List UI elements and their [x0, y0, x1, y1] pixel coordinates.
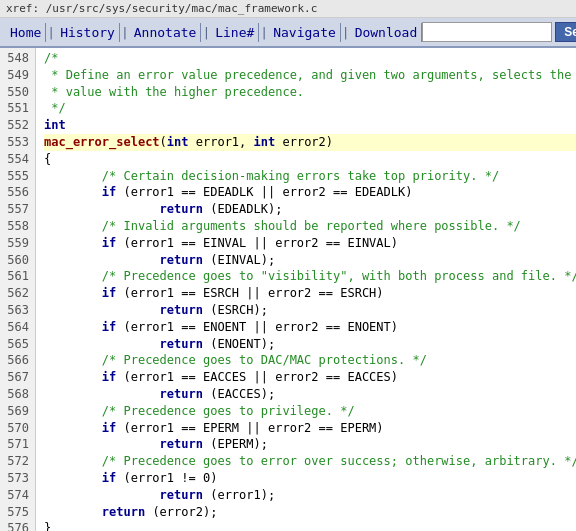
line-number: 550 — [4, 84, 31, 101]
code-line: /* Invalid arguments should be reported … — [44, 218, 576, 235]
code-line: return (error1); — [44, 487, 576, 504]
nav-home[interactable]: Home — [6, 23, 46, 42]
nav-navigate[interactable]: Navigate — [269, 23, 341, 42]
code-line: /* Precedence goes to "visibility", with… — [44, 268, 576, 285]
code-line: return (ENOENT); — [44, 336, 576, 353]
line-number: 553 — [4, 134, 31, 151]
line-number: 560 — [4, 252, 31, 269]
search-box: Search — [422, 22, 576, 42]
line-number: 562 — [4, 285, 31, 302]
code-line: return (EINVAL); — [44, 252, 576, 269]
line-number: 564 — [4, 319, 31, 336]
code-line: if (error1 == EPERM || error2 == EPERM) — [44, 420, 576, 437]
line-number: 558 — [4, 218, 31, 235]
breadcrumb-bar: xref: /usr/src/sys/security/mac/mac_fram… — [0, 0, 576, 18]
code-line: return (EDEADLK); — [44, 201, 576, 218]
code-line: /* — [44, 50, 576, 67]
line-number: 576 — [4, 520, 31, 531]
breadcrumb-text: xref: /usr/src/sys/security/mac/mac_fram… — [6, 2, 317, 15]
code-line: { — [44, 151, 576, 168]
code-line: /* Precedence goes to DAC/MAC protection… — [44, 352, 576, 369]
line-number: 568 — [4, 386, 31, 403]
line-number: 563 — [4, 302, 31, 319]
code-line: return (EPERM); — [44, 436, 576, 453]
code-line: */ — [44, 100, 576, 117]
line-number: 571 — [4, 436, 31, 453]
line-number: 570 — [4, 420, 31, 437]
line-number: 551 — [4, 100, 31, 117]
nav-annotate[interactable]: Annotate — [130, 23, 202, 42]
code-line: if (error1 == ENOENT || error2 == ENOENT… — [44, 319, 576, 336]
code-line: if (error1 == ESRCH || error2 == ESRCH) — [44, 285, 576, 302]
search-button[interactable]: Search — [555, 22, 576, 42]
line-number: 556 — [4, 184, 31, 201]
line-number: 573 — [4, 470, 31, 487]
code-line: /* Precedence goes to error over success… — [44, 453, 576, 470]
nav-download[interactable]: Download — [351, 23, 423, 42]
code-line: return (EACCES); — [44, 386, 576, 403]
line-number: 555 — [4, 168, 31, 185]
code-line: return (error2); — [44, 504, 576, 521]
code-line: if (error1 == EDEADLK || error2 == EDEAD… — [44, 184, 576, 201]
line-number: 557 — [4, 201, 31, 218]
line-number: 552 — [4, 117, 31, 134]
line-number: 566 — [4, 352, 31, 369]
nav-bar: Home | History | Annotate | Line# | Navi… — [0, 18, 576, 48]
code-line: } — [44, 520, 576, 531]
code-line: return (ESRCH); — [44, 302, 576, 319]
code-line: int — [44, 117, 576, 134]
nav-history[interactable]: History — [56, 23, 120, 42]
line-number: 565 — [4, 336, 31, 353]
code-line: /* Precedence goes to privilege. */ — [44, 403, 576, 420]
code-area: 5485495505515525535545555565575585595605… — [0, 48, 576, 531]
nav-line[interactable]: Line# — [211, 23, 259, 42]
code-line: if (error1 == EACCES || error2 == EACCES… — [44, 369, 576, 386]
line-number: 572 — [4, 453, 31, 470]
line-number: 574 — [4, 487, 31, 504]
line-number: 569 — [4, 403, 31, 420]
line-number: 567 — [4, 369, 31, 386]
line-number: 549 — [4, 67, 31, 84]
search-input[interactable] — [422, 22, 552, 42]
line-number: 559 — [4, 235, 31, 252]
code-line: * Define an error value precedence, and … — [44, 67, 576, 84]
code-line: mac_error_select(int error1, int error2) — [44, 134, 576, 151]
line-numbers: 5485495505515525535545555565575585595605… — [0, 48, 36, 531]
code-line: if (error1 == EINVAL || error2 == EINVAL… — [44, 235, 576, 252]
line-number: 561 — [4, 268, 31, 285]
line-number: 554 — [4, 151, 31, 168]
line-number: 548 — [4, 50, 31, 67]
code-line: * value with the higher precedence. — [44, 84, 576, 101]
code-line: if (error1 != 0) — [44, 470, 576, 487]
code-line: /* Certain decision-making errors take t… — [44, 168, 576, 185]
code-content: /* * Define an error value precedence, a… — [36, 48, 576, 531]
line-number: 575 — [4, 504, 31, 521]
